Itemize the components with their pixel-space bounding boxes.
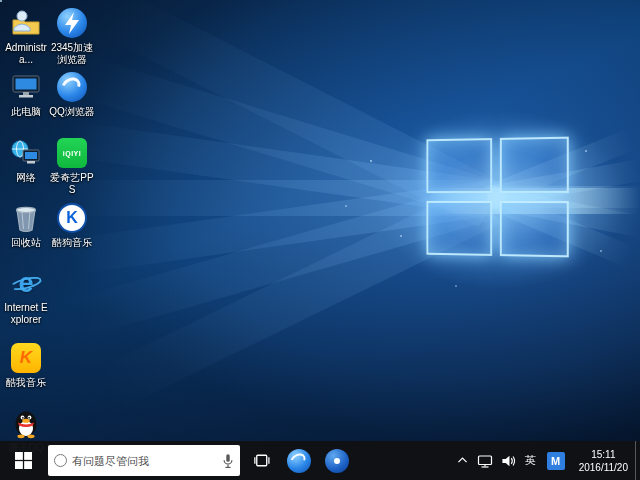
desktop-icon-iqiyi-pps[interactable]: iQIYI 爱奇艺PPS bbox=[49, 136, 95, 196]
network-icon bbox=[477, 453, 493, 469]
windows-logo-pane bbox=[426, 138, 492, 193]
clock[interactable]: 15:11 2016/11/20 bbox=[572, 441, 635, 480]
desktop-icon-label: 回收站 bbox=[3, 237, 49, 249]
clock-time: 15:11 bbox=[591, 448, 615, 461]
language-indicator[interactable]: 英 bbox=[521, 441, 540, 480]
desktop-icon-label: 酷狗音乐 bbox=[49, 237, 95, 249]
windows-desktop: Administra... 此电脑 网络 bbox=[0, 0, 640, 480]
start-button[interactable] bbox=[0, 441, 46, 480]
tray-overflow-button[interactable] bbox=[452, 441, 473, 480]
wallpaper bbox=[0, 0, 640, 441]
microphone-icon[interactable] bbox=[222, 453, 234, 469]
task-view-button[interactable] bbox=[242, 441, 280, 480]
kuwo-music-icon: K bbox=[9, 341, 43, 375]
iqiyi-logo-text: iQIYI bbox=[63, 150, 81, 157]
kuwo-letter: K bbox=[20, 348, 32, 368]
qq-browser-icon bbox=[55, 70, 89, 104]
cortana-icon bbox=[54, 454, 67, 467]
network-icon bbox=[9, 136, 43, 170]
recycle-bin-icon bbox=[9, 201, 43, 235]
light-particles bbox=[0, 0, 2, 2]
taskbar-app-browser[interactable] bbox=[318, 441, 356, 480]
desktop-icon-label: QQ浏览器 bbox=[49, 106, 95, 118]
chevron-up-icon bbox=[456, 454, 469, 467]
taskbar-app-qq-browser[interactable] bbox=[280, 441, 318, 480]
internet-explorer-icon: e bbox=[9, 266, 43, 300]
kugou-music-icon: K bbox=[55, 201, 89, 235]
desktop-icon-internet-explorer[interactable]: e Internet Explorer bbox=[3, 266, 49, 326]
desktop-icon-qq-browser[interactable]: QQ浏览器 bbox=[49, 70, 95, 118]
desktop-icon-this-pc[interactable]: 此电脑 bbox=[3, 70, 49, 118]
2345-browser-icon bbox=[55, 6, 89, 40]
windows-logo bbox=[426, 137, 568, 258]
system-tray: 英 M 15:11 2016/11/20 bbox=[452, 441, 640, 480]
network-tray-button[interactable] bbox=[473, 441, 497, 480]
taskbar-empty-area bbox=[356, 441, 452, 480]
desktop-icon-label: 网络 bbox=[3, 172, 49, 184]
desktop-icon-label: 此电脑 bbox=[3, 106, 49, 118]
volume-tray-button[interactable] bbox=[497, 441, 521, 480]
kugou-letter: K bbox=[66, 209, 78, 227]
windows-logo-pane bbox=[500, 201, 569, 257]
desktop-icon-label: 2345加速浏览器 bbox=[49, 42, 95, 66]
taskbar-search[interactable] bbox=[48, 445, 240, 476]
clock-date: 2016/11/20 bbox=[579, 461, 628, 474]
ime-badge-letter: M bbox=[547, 452, 565, 470]
desktop-icon-administrator[interactable]: Administra... bbox=[3, 6, 49, 66]
browser-taskbar-icon bbox=[325, 449, 349, 473]
desktop-icon-label: 酷我音乐 bbox=[3, 377, 49, 389]
desktop-icon-kuwo-music[interactable]: K 酷我音乐 bbox=[3, 341, 49, 389]
this-pc-icon bbox=[9, 70, 43, 104]
desktop-icon-label: 爱奇艺PPS bbox=[49, 172, 95, 196]
search-input[interactable] bbox=[72, 455, 217, 467]
windows-start-icon bbox=[15, 452, 32, 469]
desktop-icon-network[interactable]: 网络 bbox=[3, 136, 49, 184]
qq-penguin-icon bbox=[9, 406, 43, 440]
show-desktop-button[interactable] bbox=[635, 441, 640, 480]
administrator-icon bbox=[9, 6, 43, 40]
windows-logo-pane bbox=[426, 201, 492, 256]
speaker-icon bbox=[501, 453, 517, 469]
qq-browser-swirl bbox=[58, 74, 83, 98]
ime-badge[interactable]: M bbox=[543, 451, 569, 470]
desktop-icon-2345-browser[interactable]: 2345加速浏览器 bbox=[49, 6, 95, 66]
desktop-icon-kugou-music[interactable]: K 酷狗音乐 bbox=[49, 201, 95, 249]
desktop-icon-label: Administra... bbox=[3, 42, 49, 66]
taskbar: 英 M 15:11 2016/11/20 bbox=[0, 441, 640, 480]
desktop-icon-label: Internet Explorer bbox=[3, 302, 49, 326]
desktop-icon-recycle-bin[interactable]: 回收站 bbox=[3, 201, 49, 249]
task-view-icon bbox=[252, 451, 271, 470]
qq-browser-taskbar-icon bbox=[287, 449, 311, 473]
windows-logo-pane bbox=[500, 137, 569, 193]
iqiyi-pps-icon: iQIYI bbox=[55, 136, 89, 170]
